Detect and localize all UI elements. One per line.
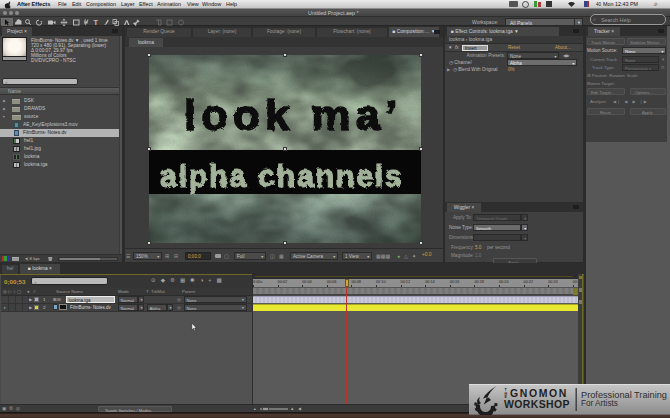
svg-text:WORKSHOP: WORKSHOP xyxy=(504,399,570,410)
svg-text:alpha channels: alpha channels xyxy=(159,157,402,192)
svg-text:GNOMON: GNOMON xyxy=(510,388,568,399)
svg-text:look ma’: look ma’ xyxy=(183,90,401,137)
svg-text:For Artists: For Artists xyxy=(581,399,618,408)
